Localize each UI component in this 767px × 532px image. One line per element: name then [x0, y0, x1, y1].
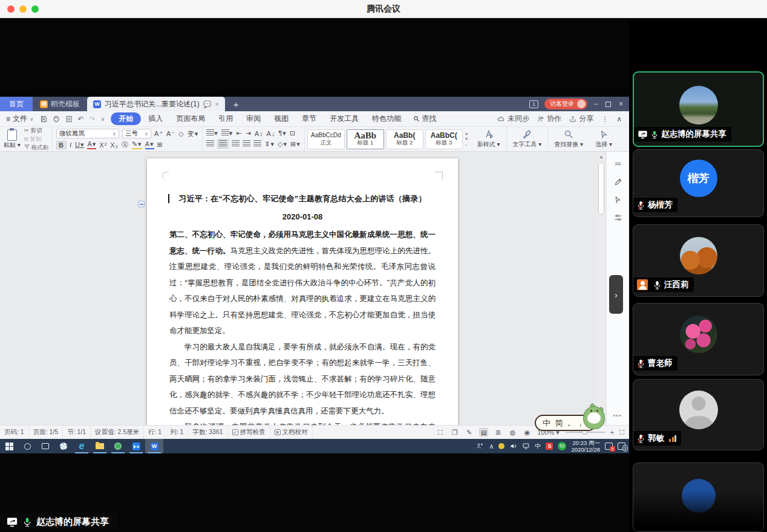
wps-close-button[interactable]: ×: [619, 100, 623, 108]
text-direction-button[interactable]: A↕: [255, 130, 264, 137]
action-center-icon[interactable]: 1: [618, 443, 625, 450]
tab-developer[interactable]: 开发工具: [324, 112, 365, 125]
find-replace-button[interactable]: 查找替换 ▾: [548, 127, 589, 151]
tab-docer-templates[interactable]: 稻 稻壳模板: [33, 97, 87, 111]
strikethrough-button[interactable]: A▾: [87, 140, 96, 149]
clear-format-icon[interactable]: ◇: [178, 130, 184, 138]
font-color-button[interactable]: A▾: [145, 140, 154, 149]
cloud-sync-status[interactable]: 未同步: [497, 114, 529, 124]
adjust-sliders-icon[interactable]: [614, 213, 622, 222]
window-count-badge[interactable]: 1: [529, 100, 538, 108]
taskbar-app-wps[interactable]: W: [145, 439, 163, 453]
line-spacing-button[interactable]: ⇕▾: [264, 140, 275, 148]
fullscreen-view-icon[interactable]: ⛶: [436, 428, 445, 436]
align-left-button[interactable]: [206, 140, 214, 148]
outline-view-icon[interactable]: ≣: [494, 428, 503, 436]
document-canvas[interactable]: 习近平：在“不忘初心、牢记使命”主题教育总结大会上的讲话（摘录） 2020-01…: [0, 152, 629, 425]
taskbar-app-tencent-meeting[interactable]: [127, 439, 145, 453]
start-button[interactable]: [0, 439, 18, 453]
tab-insert[interactable]: 插入: [142, 112, 169, 125]
ime-mascot-dinosaur[interactable]: [582, 405, 606, 430]
participant-tile-partial[interactable]: [633, 462, 764, 532]
tab-home[interactable]: 首页: [0, 97, 33, 111]
tab-view[interactable]: 视图: [268, 112, 295, 125]
style-heading-3[interactable]: AaBbC( 标题 3: [425, 129, 463, 149]
italic-button[interactable]: I: [70, 141, 72, 149]
style-heading-1[interactable]: AaBb 标题 1: [347, 129, 384, 149]
grow-font-icon[interactable]: A⁺: [154, 130, 163, 138]
copy-button[interactable]: ⧉ 复制: [24, 135, 48, 143]
shrink-font-icon[interactable]: A⁻: [166, 130, 175, 138]
underline-button[interactable]: U▾: [75, 141, 84, 149]
participant-tile-wangxili[interactable]: 汪西莉: [633, 224, 764, 297]
edit-pen-icon[interactable]: [614, 178, 622, 186]
sort-button[interactable]: A↓: [267, 130, 276, 137]
status-page-number[interactable]: 页码: 1: [0, 426, 29, 439]
comment-bubble-icon[interactable]: 💬: [203, 100, 212, 108]
tab-start[interactable]: 开始: [111, 112, 141, 125]
print-icon[interactable]: [53, 115, 60, 123]
borders-button[interactable]: ⊞▾: [290, 140, 301, 148]
save-icon[interactable]: [40, 115, 47, 123]
participant-tile-zhaozhibo[interactable]: 赵志博的屏幕共享: [633, 71, 764, 147]
wps-maximize-button[interactable]: [605, 102, 611, 107]
status-word-count[interactable]: 字数: 3361: [188, 426, 227, 439]
align-right-button[interactable]: [232, 140, 240, 148]
taskbar-app-edge[interactable]: e: [73, 439, 91, 453]
bullet-list-button[interactable]: ▾: [206, 129, 218, 137]
fit-page-button[interactable]: ⛶: [619, 429, 624, 436]
redo-icon[interactable]: ↷: [90, 115, 96, 123]
subscript-button[interactable]: X₂: [110, 141, 119, 149]
font-name-select[interactable]: 微软雅黑∨: [56, 129, 119, 138]
status-section[interactable]: 节: 1/1: [63, 426, 91, 439]
spell-check-toggle[interactable]: ✓拼写检查: [228, 426, 270, 439]
customize-toolbar-icon[interactable]: ∨: [101, 116, 105, 122]
tab-special-features[interactable]: 特色功能: [366, 112, 407, 125]
status-line[interactable]: 行: 1: [144, 426, 166, 439]
print-preview-icon[interactable]: [65, 115, 73, 123]
participant-tile-yangkaifang[interactable]: 楷芳 杨楷芳: [633, 149, 764, 217]
file-menu[interactable]: ≡ 文件 ∨: [0, 114, 40, 124]
cut-button[interactable]: ✂ 剪切: [24, 127, 48, 135]
select-arrow-icon[interactable]: [614, 196, 622, 204]
number-list-button[interactable]: ▾: [221, 129, 233, 137]
ribbon-search[interactable]: 查找: [413, 114, 436, 124]
distribute-text-button[interactable]: [253, 140, 261, 148]
write-mode-icon[interactable]: ✎: [465, 428, 474, 436]
text-tools-button[interactable]: 文字工具 ▾: [507, 127, 549, 151]
decrease-indent-button[interactable]: ⇤: [236, 129, 242, 137]
more-options-icon[interactable]: ⋮: [601, 115, 609, 123]
paste-button[interactable]: 粘贴 ▾: [4, 129, 21, 149]
zoom-in-button[interactable]: +: [610, 429, 614, 436]
status-page-of[interactable]: 页面: 1/5: [29, 426, 63, 439]
document-page[interactable]: 习近平：在“不忘初心、牢记使命”主题教育总结大会上的讲话（摘录） 2020-01…: [147, 158, 458, 425]
increase-indent-button[interactable]: ⇥: [246, 129, 252, 137]
ime-language-indicator[interactable]: 中: [535, 442, 541, 450]
volume-icon[interactable]: [509, 443, 517, 450]
participant-tile-caolaoshi[interactable]: 曹老师: [633, 303, 764, 375]
more-tools-dots-icon[interactable]: •••: [613, 412, 622, 419]
bold-button[interactable]: B: [56, 141, 67, 149]
char-effects-button[interactable]: Ⓐ: [122, 140, 129, 149]
web-view-icon[interactable]: ◍: [508, 428, 517, 436]
tray-green-52-icon[interactable]: 52: [558, 442, 566, 450]
format-painter-button[interactable]: 格式刷: [24, 144, 48, 152]
taskbar-app-explorer[interactable]: [91, 439, 109, 453]
tray-yellow-icon[interactable]: [498, 443, 504, 449]
collapse-ribbon-icon[interactable]: ∧: [616, 115, 622, 123]
superscript-button[interactable]: X²: [99, 141, 107, 149]
distribute-button[interactable]: ⊡: [290, 129, 296, 137]
align-center-button[interactable]: [217, 139, 229, 149]
scrollbar-thumb[interactable]: [598, 163, 604, 215]
styles-scroll-arrows[interactable]: ▲▼⌄: [465, 131, 469, 147]
phonetic-guide-icon[interactable]: 变▾: [188, 129, 199, 138]
document-text[interactable]: 习近平：在“不忘初心、牢记使命”主题教育总结大会上的讲话（摘录） 2020-01…: [169, 193, 436, 425]
tab-section[interactable]: 章节: [296, 112, 322, 125]
style-heading-2[interactable]: AaBb( 标题 2: [386, 129, 423, 149]
font-size-select[interactable]: 三号∨: [122, 129, 151, 138]
taskbar-clock[interactable]: 20:23 周一 2020/12/28: [571, 440, 600, 453]
style-body-text[interactable]: AaBbCcDd 正文: [307, 129, 345, 149]
new-style-button[interactable]: 新样式 ▾: [471, 127, 507, 151]
vertical-scrollbar[interactable]: ▲: [598, 153, 605, 424]
sogou-ime-icon[interactable]: S: [546, 443, 553, 450]
